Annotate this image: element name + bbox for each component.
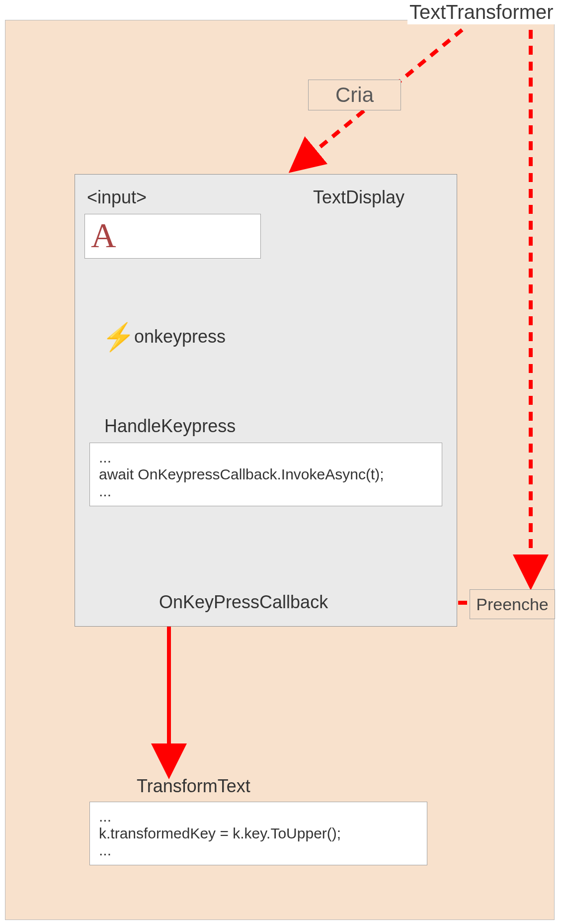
onkeypress-callback-label: OnKeyPressCallback [159, 592, 328, 613]
transform-text-code: ... k.transformedKey = k.key.ToUpper(); … [89, 802, 427, 865]
handle-keypress-code: ... await OnKeypressCallback.InvokeAsync… [89, 443, 442, 506]
handle-keypress-label: HandleKeypress [104, 416, 236, 437]
input-field[interactable]: A [84, 214, 261, 259]
lightning-icon: ⚡ [102, 323, 135, 350]
preenche-label: Preenche [470, 589, 555, 619]
input-tag-label: <input> [87, 187, 147, 208]
text-transformer-label: TextTransformer [407, 0, 561, 24]
text-display-label: TextDisplay [313, 187, 404, 208]
transform-text-label: TransformText [137, 776, 250, 797]
onkeypress-label: onkeypress [134, 326, 226, 347]
cria-label: Cria [308, 80, 401, 110]
